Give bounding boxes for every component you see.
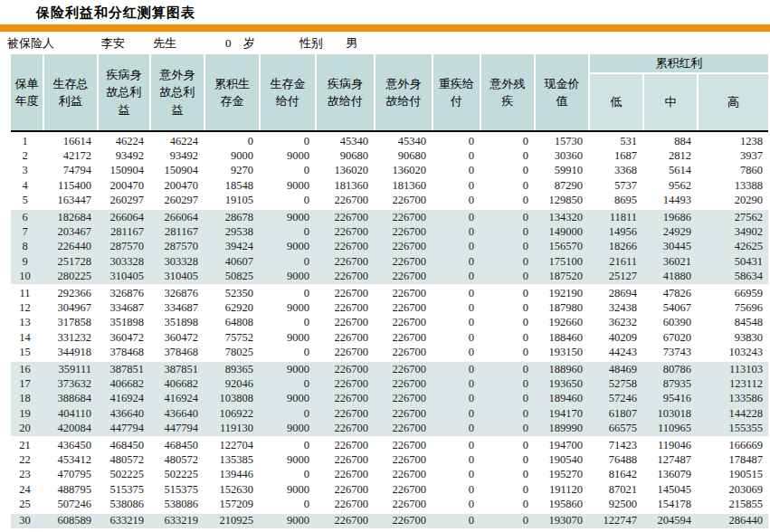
policy-year-cell: 15 [11,346,43,359]
policy-year-cell: 16 [11,363,43,376]
value-cell: 360472 [99,331,149,345]
value-cell: 480572 [151,453,204,467]
policy-year-cell: 23 [11,468,43,481]
value-cell: 0 [205,135,259,148]
value-cell: 40607 [205,255,259,269]
value-cell: 9000 [261,422,315,435]
value-cell: 0 [481,316,534,329]
column-header-accident-death-total: 意外身 故总利 益 [151,54,204,130]
table-row: 1129236632687632687652350022670022670000… [11,286,768,300]
value-cell: 0 [481,422,534,435]
value-cell: 0 [433,316,480,329]
value-cell: 52350 [205,287,259,300]
value-cell: 92500 [590,498,642,511]
column-header-accumulated-dividend: 累积红利 [590,54,768,72]
value-cell: 447794 [151,422,204,435]
value-cell: 122747 [590,514,642,527]
value-cell: 5614 [644,164,697,177]
value-cell: 0 [433,498,480,511]
value-cell: 226700 [375,363,432,376]
value-cell: 0 [481,225,534,239]
insured-age: 0 [225,32,232,54]
value-cell: 9562 [644,179,697,193]
value-cell: 226700 [375,270,432,283]
value-cell: 480572 [99,453,149,467]
value-cell: 447794 [99,422,149,435]
table-row: 6182684266064266064286789000226700226700… [11,210,768,224]
value-cell: 0 [433,211,480,224]
column-header-accident-disability: 意外残 疾 [481,54,534,130]
value-cell: 226700 [375,514,432,527]
value-cell: 416924 [151,392,204,405]
value-cell: 633219 [151,514,204,527]
column-header-dividend-high: 高 [699,74,768,130]
column-header-critical-illness: 重疾给 付 [433,54,480,130]
value-cell: 226700 [317,468,374,481]
value-cell: 0 [433,363,480,376]
value-cell: 0 [481,407,534,421]
value-cell: 0 [481,346,534,359]
value-cell: 178487 [699,453,768,467]
value-cell: 226700 [317,439,374,452]
value-cell: 122704 [205,439,259,452]
value-cell: 884 [644,135,697,148]
value-cell: 58634 [699,270,768,283]
table-row: 3747941509041509049270013602013602000599… [11,164,768,178]
value-cell: 226700 [375,316,432,329]
column-header-illness-death-total: 疾病身 故总利 益 [99,54,149,130]
policy-year-cell: 3 [11,164,43,177]
value-cell: 0 [433,240,480,253]
value-cell: 226700 [375,240,432,253]
value-cell: 50431 [699,255,768,269]
value-cell: 226700 [375,194,432,207]
value-cell: 156570 [536,240,588,253]
value-cell: 9000 [261,211,315,224]
insured-label: 被保险人 [7,32,54,54]
table-row: 5163447260297260297191050226700226700001… [11,194,768,208]
value-cell: 0 [433,270,480,283]
value-cell: 3937 [699,149,768,163]
value-cell: 0 [481,287,534,300]
policy-year-cell: 20 [11,422,43,435]
value-cell: 0 [481,240,534,253]
value-cell: 226700 [375,225,432,239]
table-row: 1166144622446224004534045340001573053188… [11,134,768,148]
value-cell: 163447 [44,194,97,207]
table-row: 1331785835189835189864808022670022670000… [11,316,768,330]
value-cell: 538086 [151,498,204,511]
value-cell: 0 [481,514,534,527]
table-row: 2448879551537551537515263090002267002267… [11,482,768,497]
value-cell: 287570 [151,240,204,253]
value-cell: 378468 [99,346,149,359]
policy-year-cell: 21 [11,439,43,452]
column-header-dividend-low: 低 [590,74,642,130]
value-cell: 81642 [590,468,642,481]
table-row: 1433123236047236047275752900022670022670… [11,330,768,345]
value-cell: 190540 [536,453,588,467]
value-cell: 157209 [205,498,259,511]
column-header-survival-payment: 生存金 给付 [261,54,315,130]
value-cell: 406682 [99,377,149,391]
value-cell: 373632 [44,377,97,391]
insured-honorific: 先生 [153,32,176,54]
value-cell: 46224 [99,135,149,148]
value-cell: 0 [433,468,480,481]
column-header-cash-value: 现金价 值 [536,54,588,130]
value-cell: 0 [481,211,534,224]
column-header-survival-total-benefit: 生存总 利益 [44,54,97,130]
value-cell: 210925 [205,514,259,527]
value-cell: 470795 [44,468,97,481]
value-cell: 188960 [536,363,588,376]
table-header: 保单 年度 生存总 利益 疾病身 故总利 益 意外身 故总利 益 累积生 存金 … [11,54,768,132]
benefit-table: 保单 年度 生存总 利益 疾病身 故总利 益 意外身 故总利 益 累积生 存金 … [11,54,768,528]
value-cell: 175100 [536,255,588,269]
value-cell: 149000 [536,225,588,239]
value-cell: 61807 [590,407,642,421]
value-cell: 67020 [644,331,697,345]
value-cell: 0 [261,439,315,452]
value-cell: 40209 [590,331,642,345]
value-cell: 129850 [536,194,588,207]
value-cell: 9000 [261,363,315,376]
value-cell: 406682 [151,377,204,391]
policy-year-cell: 6 [11,211,43,224]
